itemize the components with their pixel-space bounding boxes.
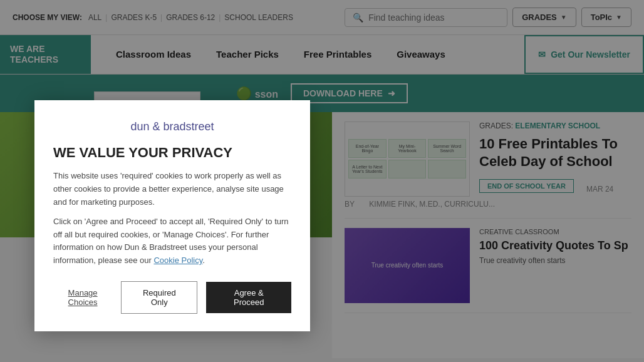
modal-overlay: dun & bradstreet WE VALUE YOUR PRIVACY T… (0, 0, 644, 362)
cookie-policy-link[interactable]: Cookie Policy (153, 256, 202, 265)
required-only-button[interactable]: Required Only (121, 281, 197, 314)
privacy-modal: dun & bradstreet WE VALUE YOUR PRIVACY T… (34, 100, 310, 331)
modal-body-2: Click on 'Agree and Proceed' to accept a… (53, 215, 291, 267)
agree-proceed-button[interactable]: Agree & Proceed (206, 282, 291, 313)
modal-body-1: This website uses 'required' cookies to … (53, 170, 291, 209)
modal-brand-logo: dun & bradstreet (53, 120, 291, 133)
manage-choices-button[interactable]: Manage Choices (53, 288, 112, 307)
dun-bradstreet-logo: dun & bradstreet (130, 120, 214, 133)
modal-actions: Manage Choices Required Only Agree & Pro… (53, 281, 291, 314)
modal-title: WE VALUE YOUR PRIVACY (53, 145, 291, 161)
